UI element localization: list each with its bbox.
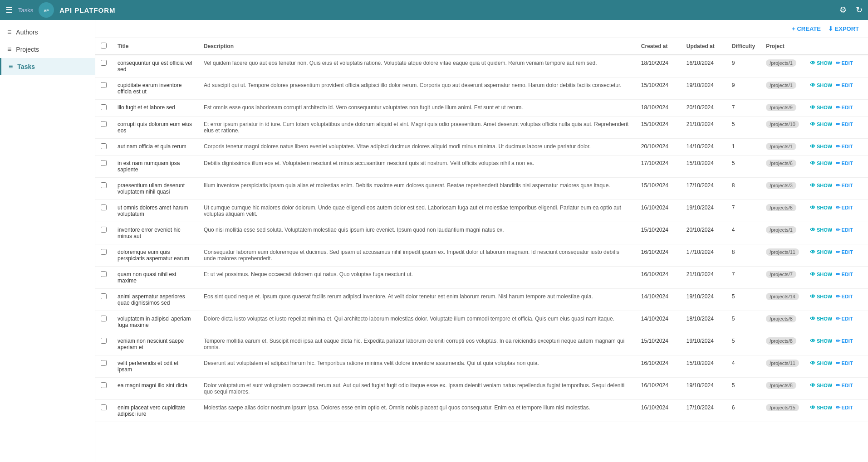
project-badge[interactable]: /projects/1 xyxy=(766,226,796,233)
edit-button[interactable]: ✏ EDIT xyxy=(836,160,853,166)
select-all-checkbox[interactable] xyxy=(101,43,107,49)
table-row: inventore error eveniet hic minus aut Qu… xyxy=(95,222,868,244)
row-checkbox[interactable] xyxy=(101,143,107,149)
row-checkbox[interactable] xyxy=(101,182,107,188)
project-badge[interactable]: /projects/8 xyxy=(766,382,796,389)
project-badge[interactable]: /projects/3 xyxy=(766,182,796,189)
row-project: /projects/10 xyxy=(760,117,804,139)
row-checkbox[interactable] xyxy=(101,104,107,110)
sidebar-item-tasks[interactable]: ≡ Tasks xyxy=(0,58,95,75)
show-button[interactable]: 👁 SHOW xyxy=(810,382,832,389)
row-project: /projects/1 xyxy=(760,222,804,244)
row-checkbox[interactable] xyxy=(101,121,107,127)
row-checkbox[interactable] xyxy=(101,82,107,88)
edit-button[interactable]: ✏ EDIT xyxy=(836,143,853,150)
row-project: /projects/8 xyxy=(760,333,804,355)
tasks-icon: ≡ xyxy=(9,63,13,71)
show-button[interactable]: 👁 SHOW xyxy=(810,360,832,366)
refresh-icon[interactable]: ↻ xyxy=(856,5,863,15)
edit-button[interactable]: ✏ EDIT xyxy=(836,82,853,88)
row-updated: 20/10/2024 xyxy=(681,222,726,244)
edit-button[interactable]: ✏ EDIT xyxy=(836,182,853,189)
edit-button[interactable]: ✏ EDIT xyxy=(836,271,853,277)
project-badge[interactable]: /projects/10 xyxy=(766,121,799,128)
project-badge[interactable]: /projects/6 xyxy=(766,204,796,211)
edit-button[interactable]: ✏ EDIT xyxy=(836,360,853,366)
show-button[interactable]: 👁 SHOW xyxy=(810,338,832,344)
project-badge[interactable]: /projects/9 xyxy=(766,104,796,111)
row-checkbox[interactable] xyxy=(101,271,107,277)
row-actions: 👁 SHOW ✏ EDIT xyxy=(804,78,868,100)
show-button[interactable]: 👁 SHOW xyxy=(810,293,832,300)
row-title: quam non quasi nihil est maxime xyxy=(112,267,198,289)
edit-button[interactable]: ✏ EDIT xyxy=(836,404,853,411)
project-badge[interactable]: /projects/1 xyxy=(766,82,796,89)
row-checkbox-cell xyxy=(95,55,112,78)
row-checkbox[interactable] xyxy=(101,382,107,388)
edit-button[interactable]: ✏ EDIT xyxy=(836,60,853,66)
project-badge[interactable]: /projects/6 xyxy=(766,160,796,167)
header-updated: Updated at xyxy=(681,38,726,55)
row-checkbox[interactable] xyxy=(101,316,107,321)
eye-icon: 👁 xyxy=(810,227,815,233)
show-button[interactable]: 👁 SHOW xyxy=(810,227,832,233)
project-badge[interactable]: /projects/11 xyxy=(766,360,799,367)
project-badge[interactable]: /projects/8 xyxy=(766,337,796,345)
table-row: consequuntur qui est officia vel sed Vel… xyxy=(95,55,868,78)
edit-button[interactable]: ✏ EDIT xyxy=(836,227,853,233)
row-updated: 16/10/2024 xyxy=(681,55,726,78)
edit-button[interactable]: ✏ EDIT xyxy=(836,204,853,211)
row-checkbox[interactable] xyxy=(101,160,107,166)
edit-button[interactable]: ✏ EDIT xyxy=(836,382,853,389)
row-checkbox[interactable] xyxy=(101,338,107,344)
edit-button[interactable]: ✏ EDIT xyxy=(836,104,853,111)
row-checkbox[interactable] xyxy=(101,249,107,255)
show-button[interactable]: 👁 SHOW xyxy=(810,160,832,166)
row-checkbox[interactable] xyxy=(101,293,107,299)
project-badge[interactable]: /projects/14 xyxy=(766,293,799,300)
show-button[interactable]: 👁 SHOW xyxy=(810,60,832,66)
row-updated: 15/10/2024 xyxy=(681,355,726,378)
edit-button[interactable]: ✏ EDIT xyxy=(836,293,853,300)
edit-button[interactable]: ✏ EDIT xyxy=(836,316,853,322)
row-title: illo fugit et et labore sed xyxy=(112,100,198,117)
project-badge[interactable]: /projects/8 xyxy=(766,315,796,322)
project-badge[interactable]: /projects/7 xyxy=(766,271,796,278)
create-button[interactable]: + CREATE xyxy=(792,25,821,32)
row-project: /projects/6 xyxy=(760,200,804,222)
row-checkbox[interactable] xyxy=(101,60,107,66)
layout: ≡ Authors ≡ Projects ≡ Tasks + CREATE ⬇ … xyxy=(0,20,868,462)
show-button[interactable]: 👁 SHOW xyxy=(810,182,832,189)
show-button[interactable]: 👁 SHOW xyxy=(810,271,832,277)
row-checkbox-cell xyxy=(95,78,112,100)
edit-button[interactable]: ✏ EDIT xyxy=(836,338,853,344)
edit-button[interactable]: ✏ EDIT xyxy=(836,249,853,255)
row-actions: 👁 SHOW ✏ EDIT xyxy=(804,156,868,178)
row-checkbox[interactable] xyxy=(101,360,107,366)
show-button[interactable]: 👁 SHOW xyxy=(810,316,832,322)
export-button[interactable]: ⬇ EXPORT xyxy=(828,25,859,32)
show-button[interactable]: 👁 SHOW xyxy=(810,204,832,211)
row-description: Quo nisi mollitia esse sed soluta. Volup… xyxy=(198,222,636,244)
sidebar-item-projects[interactable]: ≡ Projects xyxy=(0,41,95,58)
settings-icon[interactable]: ⚙ xyxy=(839,5,847,15)
row-checkbox[interactable] xyxy=(101,404,107,410)
project-badge[interactable]: /projects/11 xyxy=(766,248,799,256)
row-description: Consequatur laborum eum doloremque et du… xyxy=(198,244,636,267)
row-description: Ad suscipit qui ut. Tempore dolores prae… xyxy=(198,78,636,100)
sidebar-item-authors[interactable]: ≡ Authors xyxy=(0,24,95,41)
show-button[interactable]: 👁 SHOW xyxy=(810,82,832,88)
row-checkbox[interactable] xyxy=(101,204,107,210)
show-button[interactable]: 👁 SHOW xyxy=(810,121,832,127)
project-badge[interactable]: /projects/15 xyxy=(766,404,799,411)
row-checkbox[interactable] xyxy=(101,227,107,233)
menu-icon[interactable]: ☰ xyxy=(5,5,13,15)
show-button[interactable]: 👁 SHOW xyxy=(810,249,832,255)
show-button[interactable]: 👁 SHOW xyxy=(810,104,832,111)
show-button[interactable]: 👁 SHOW xyxy=(810,143,832,150)
show-button[interactable]: 👁 SHOW xyxy=(810,404,832,411)
project-badge[interactable]: /projects/1 xyxy=(766,143,796,150)
project-badge[interactable]: /projects/1 xyxy=(766,59,796,67)
row-project: /projects/6 xyxy=(760,156,804,178)
edit-button[interactable]: ✏ EDIT xyxy=(836,121,853,127)
